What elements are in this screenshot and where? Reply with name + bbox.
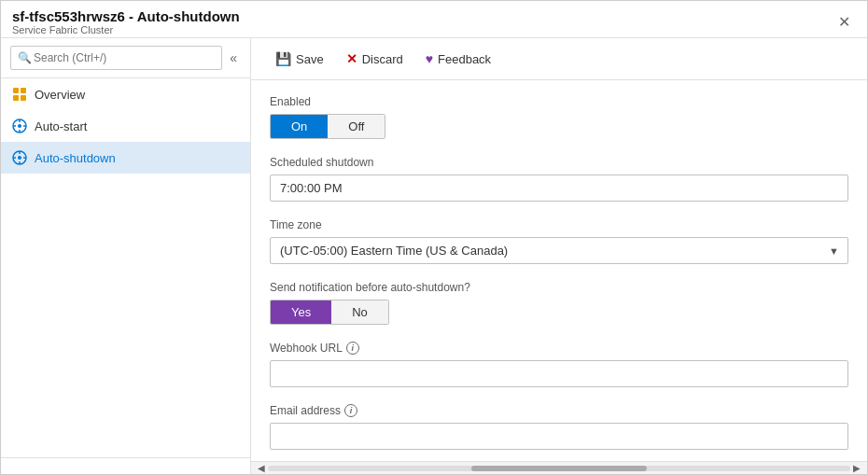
svg-rect-1 — [21, 88, 26, 93]
sidebar: 🔍 « Overview — [1, 38, 251, 474]
sidebar-item-auto-start-label: Auto-start — [35, 119, 87, 133]
collapse-icon: « — [230, 50, 237, 65]
form-area: Enabled On Off Scheduled shutdown Time z… — [251, 80, 867, 461]
svg-rect-0 — [13, 88, 19, 93]
save-icon: 💾 — [275, 51, 291, 66]
scroll-right-arrow[interactable]: ▶ — [850, 463, 863, 473]
save-label: Save — [296, 52, 324, 66]
close-icon: ✕ — [838, 14, 850, 30]
email-input[interactable] — [270, 423, 848, 450]
enabled-toggle-group: On Off — [270, 114, 385, 139]
window-title: sf-tfsc553hrwsz6 - Auto-shutdown — [12, 8, 240, 24]
svg-point-5 — [18, 124, 21, 128]
webhook-label: Webhook URL i — [270, 342, 848, 355]
timezone-label: Time zone — [270, 218, 848, 231]
sidebar-bottom — [1, 457, 250, 474]
email-label: Email address i — [270, 404, 848, 417]
webhook-group: Webhook URL i — [270, 342, 848, 387]
title-bar: sf-tfsc553hrwsz6 - Auto-shutdown Service… — [1, 1, 867, 38]
email-group: Email address i — [270, 404, 848, 450]
notification-toggle-group: Yes No — [270, 300, 389, 325]
email-info-icon: i — [344, 404, 357, 417]
close-button[interactable]: ✕ — [833, 11, 856, 33]
sidebar-item-auto-shutdown[interactable]: Auto-shutdown — [1, 142, 250, 174]
svg-rect-3 — [21, 95, 26, 101]
discard-button[interactable]: ✕ Discard — [337, 48, 413, 70]
notification-group: Send notification before auto-shutdown? … — [270, 281, 848, 325]
main-window: sf-tfsc553hrwsz6 - Auto-shutdown Service… — [0, 0, 868, 475]
feedback-label: Feedback — [438, 52, 491, 66]
autoshutdown-icon — [12, 150, 27, 165]
toolbar: 💾 Save ✕ Discard ♥ Feedback — [251, 38, 867, 80]
overview-icon — [12, 87, 27, 102]
notification-label: Send notification before auto-shutdown? — [270, 281, 848, 294]
body: 🔍 « Overview — [1, 38, 867, 474]
sidebar-item-overview[interactable]: Overview — [1, 78, 250, 110]
timezone-select-wrapper: (UTC-05:00) Eastern Time (US & Canada) (… — [270, 237, 848, 264]
svg-rect-2 — [13, 95, 19, 101]
search-icon: 🔍 — [18, 51, 32, 64]
timezone-select[interactable]: (UTC-05:00) Eastern Time (US & Canada) (… — [270, 237, 848, 264]
main-content: 💾 Save ✕ Discard ♥ Feedback Enabled — [251, 38, 867, 474]
collapse-button[interactable]: « — [226, 49, 241, 67]
notification-no-button[interactable]: No — [331, 300, 388, 324]
scroll-left-arrow[interactable]: ◀ — [255, 463, 268, 473]
scroll-thumb — [471, 466, 646, 471]
feedback-button[interactable]: ♥ Feedback — [416, 48, 500, 70]
window-subtitle: Service Fabric Cluster — [12, 24, 240, 35]
sidebar-nav: Overview Auto-start — [1, 78, 250, 457]
autostart-icon — [12, 119, 27, 133]
enabled-label: Enabled — [270, 95, 848, 108]
bottom-scrollbar: ◀ ▶ — [251, 461, 867, 474]
timezone-group: Time zone (UTC-05:00) Eastern Time (US &… — [270, 218, 848, 264]
scheduled-shutdown-input[interactable] — [270, 175, 848, 202]
sidebar-item-overview-label: Overview — [35, 88, 85, 102]
save-button[interactable]: 💾 Save — [266, 48, 333, 70]
sidebar-search-container: 🔍 « — [1, 38, 250, 78]
notification-yes-button[interactable]: Yes — [271, 300, 331, 324]
enabled-off-button[interactable]: Off — [328, 115, 385, 138]
scheduled-shutdown-group: Scheduled shutdown — [270, 156, 848, 202]
discard-label: Discard — [362, 52, 403, 66]
webhook-info-icon: i — [346, 342, 359, 355]
enabled-group: Enabled On Off — [270, 95, 848, 139]
sidebar-item-auto-start[interactable]: Auto-start — [1, 110, 250, 142]
feedback-icon: ♥ — [426, 51, 433, 66]
scroll-track — [268, 466, 850, 471]
sidebar-item-auto-shutdown-label: Auto-shutdown — [35, 151, 116, 165]
discard-icon: ✕ — [346, 51, 357, 66]
scheduled-shutdown-label: Scheduled shutdown — [270, 156, 848, 169]
enabled-on-button[interactable]: On — [271, 115, 328, 138]
search-input[interactable] — [10, 46, 222, 70]
webhook-input[interactable] — [270, 360, 848, 387]
svg-point-11 — [18, 156, 21, 160]
